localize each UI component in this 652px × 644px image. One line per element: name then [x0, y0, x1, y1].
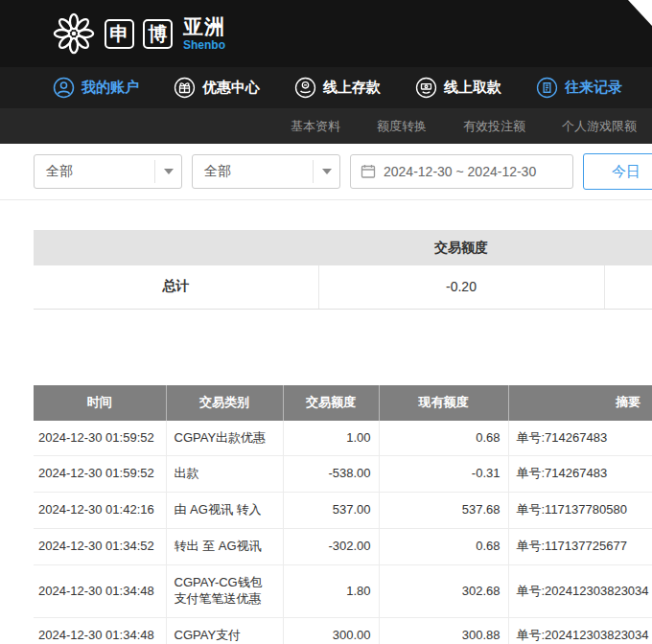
records-table: 时间 交易类别 交易额度 现有额度 摘要 2024-12-30 01:59:52… — [34, 385, 652, 644]
cell-note: 单号:714267483 — [508, 421, 652, 456]
cell-time: 2024-12-30 01:59:52 — [34, 456, 166, 493]
user-icon — [53, 77, 75, 99]
nav-item-deposit[interactable]: 线上存款 — [294, 77, 381, 99]
records-icon — [536, 77, 558, 99]
top-header: 申 博 亚洲 Shenbo — [0, 0, 652, 67]
nav-item-my-account[interactable]: 我的账户 — [53, 77, 139, 99]
col-header-note: 摘要 — [508, 385, 652, 421]
table-row: 2024-12-30 01:59:52 出款 -538.00 -0.31 单号:… — [34, 456, 652, 493]
category-select[interactable]: 全部 — [192, 154, 340, 189]
nav-label: 线上存款 — [323, 79, 381, 97]
cell-amount: 300.00 — [283, 617, 379, 644]
cell-type: 由 AG视讯 转入 — [166, 493, 283, 529]
filter-bar: 全部 全部 2024-12-30 ~ 2024-12-30 今日 — [0, 144, 652, 200]
nav-label: 我的账户 — [82, 79, 139, 97]
records-header-row: 时间 交易类别 交易额度 现有额度 摘要 — [34, 385, 652, 421]
subnav-item-basic-info[interactable]: 基本资料 — [291, 118, 340, 135]
cell-amount: -302.00 — [283, 529, 379, 565]
type-select[interactable]: 全部 — [34, 154, 182, 189]
nav-label: 优惠中心 — [202, 79, 260, 97]
cell-balance: 302.68 — [379, 565, 508, 618]
table-row: 2024-12-30 01:34:52 转出 至 AG视讯 -302.00 0.… — [34, 529, 652, 565]
cell-time: 2024-12-30 01:34:52 — [34, 529, 166, 565]
flower-logo-icon — [52, 12, 96, 56]
corner-decoration — [628, 0, 652, 26]
col-header-amount: 交易额度 — [283, 385, 379, 421]
table-row: 2024-12-30 01:59:52 CGPAY出款优惠 1.00 0.68 … — [34, 421, 652, 456]
cell-amount: 1.00 — [283, 421, 379, 456]
table-row: 2024-12-30 01:42:16 由 AG视讯 转入 537.00 537… — [34, 493, 652, 529]
withdraw-icon — [415, 77, 437, 99]
cell-amount: -538.00 — [283, 456, 379, 493]
logo-char-1: 申 — [105, 19, 134, 49]
cell-note: 单号:202412303823034 — [508, 565, 652, 618]
cell-balance: 0.68 — [379, 529, 508, 565]
chevron-down-icon — [313, 160, 339, 183]
logo-char-2: 博 — [143, 19, 173, 49]
logo-region-text: 亚洲 — [183, 16, 225, 36]
summary-total-row: 总计 -0.20 — [34, 265, 652, 309]
nav-item-promotions[interactable]: 优惠中心 — [174, 77, 260, 99]
summary-header-row: 交易额度 — [34, 230, 652, 265]
table-row: 2024-12-30 01:34:48 CGPAY支付 300.00 300.8… — [34, 617, 652, 644]
cell-note: 单号:714267483 — [508, 456, 652, 493]
category-select-value: 全部 — [204, 163, 231, 180]
nav-label: 线上取款 — [444, 79, 501, 97]
cell-note: 单号:117137780580 — [508, 493, 652, 529]
logo-brand-text: Shenbo — [183, 39, 225, 51]
main-nav: 我的账户 优惠中心 线上存款 — [0, 67, 652, 108]
today-button[interactable]: 今日 — [583, 153, 652, 190]
col-header-balance: 现有额度 — [379, 385, 508, 421]
summary-header-spacer — [34, 230, 318, 265]
summary-header-spacer — [604, 230, 652, 265]
calendar-icon — [361, 164, 376, 179]
subnav-item-game-limits[interactable]: 个人游戏限额 — [562, 118, 637, 135]
summary-total-spacer — [604, 265, 652, 309]
cell-type: CGPAY支付 — [166, 617, 283, 644]
cell-amount: 537.00 — [283, 493, 379, 529]
cell-balance: -0.31 — [379, 456, 508, 493]
cell-balance: 0.68 — [379, 421, 508, 456]
cell-time: 2024-12-30 01:34:48 — [34, 565, 166, 618]
cell-type: CGPAY出款优惠 — [166, 421, 283, 456]
summary-table: 交易额度 总计 -0.20 — [34, 230, 652, 310]
summary-total-label: 总计 — [34, 265, 318, 309]
type-select-value: 全部 — [46, 163, 73, 180]
cell-time: 2024-12-30 01:42:16 — [34, 493, 166, 529]
col-header-type: 交易类别 — [166, 385, 283, 421]
cell-type: 出款 — [166, 456, 283, 493]
cell-note: 单号:117137725677 — [508, 529, 652, 565]
sub-nav: 基本资料 额度转换 有效投注额 个人游戏限额 — [0, 108, 652, 144]
subnav-item-quota-transfer[interactable]: 额度转换 — [377, 118, 427, 135]
cell-time: 2024-12-30 01:59:52 — [34, 421, 166, 456]
col-header-time: 时间 — [34, 385, 166, 421]
deposit-icon — [294, 77, 316, 99]
cell-time: 2024-12-30 01:34:48 — [34, 617, 166, 644]
cell-type: CGPAY-CG钱包支付笔笔送优惠 — [166, 565, 283, 618]
nav-label: 往来记录 — [565, 79, 622, 97]
date-range-value: 2024-12-30 ~ 2024-12-30 — [384, 164, 536, 179]
nav-item-withdraw[interactable]: 线上取款 — [415, 77, 501, 99]
subnav-item-valid-bets[interactable]: 有效投注额 — [463, 118, 525, 135]
cell-type: 转出 至 AG视讯 — [166, 529, 283, 565]
records-section: 时间 交易类别 交易额度 现有额度 摘要 2024-12-30 01:59:52… — [34, 385, 652, 644]
date-range-input[interactable]: 2024-12-30 ~ 2024-12-30 — [350, 154, 573, 189]
summary-header-amount: 交易额度 — [318, 230, 604, 265]
page: 申 博 亚洲 Shenbo 我的账户 — [0, 0, 652, 644]
cell-note: 单号:202412303823034 — [508, 617, 652, 644]
table-row: 2024-12-30 01:34:48 CGPAY-CG钱包支付笔笔送优惠 1.… — [34, 565, 652, 618]
cell-amount: 1.80 — [283, 565, 379, 618]
chevron-down-icon — [154, 160, 181, 183]
cell-balance: 300.88 — [379, 617, 508, 644]
nav-item-records[interactable]: 往来记录 — [536, 77, 622, 99]
gift-icon — [174, 77, 196, 99]
summary-total-value: -0.20 — [318, 265, 604, 309]
summary-section: 交易额度 总计 -0.20 — [34, 230, 652, 310]
logo[interactable]: 申 博 亚洲 Shenbo — [52, 12, 225, 56]
cell-balance: 537.68 — [379, 493, 508, 529]
